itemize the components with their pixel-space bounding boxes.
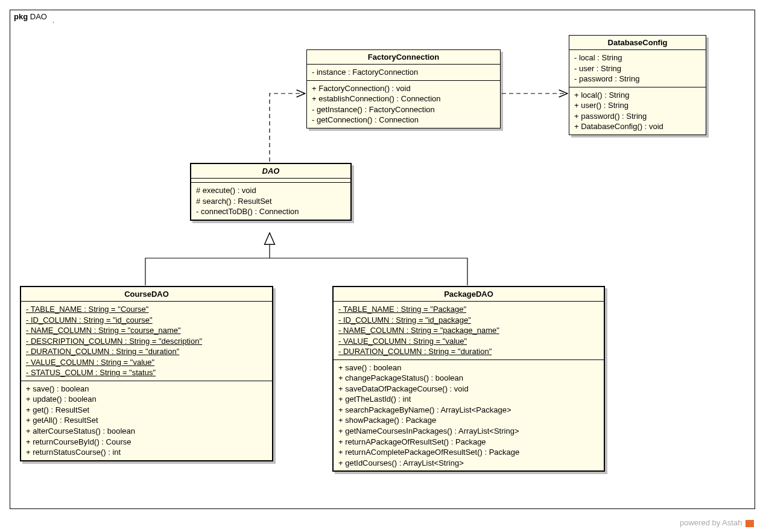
uml-member: - TABLE_NAME : String = "Course" — [26, 304, 267, 315]
uml-member: + getNameCoursesInPackages() : ArrayList… — [338, 426, 599, 437]
footer: powered by Astah — [680, 518, 754, 527]
uml-member: - getInstance() : FactoryConnection — [312, 104, 495, 115]
uml-member: - local : String — [574, 52, 701, 63]
uml-member: + get() : ResultSet — [26, 405, 267, 416]
uml-member: - VALUE_COLUMN : String = "value" — [26, 357, 267, 368]
class-factoryconnection: FactoryConnection - instance : FactoryCo… — [306, 49, 501, 128]
attrs-section-empty — [191, 179, 350, 183]
uml-member: + save() : boolean — [26, 384, 267, 394]
uml-member: # execute() : void — [196, 185, 346, 196]
uml-member: - ID_COLUMN : String = "id_package" — [338, 315, 599, 326]
uml-member: # search() : ResultSet — [196, 196, 346, 207]
class-name: DAO — [191, 164, 350, 179]
class-coursedao: CourseDAO - TABLE_NAME : String = "Cours… — [20, 286, 273, 461]
uml-member: + user() : String — [574, 100, 701, 111]
uml-member: + alterCourseStatus() : boolean — [26, 426, 267, 437]
uml-member: + getTheLastId() : int — [338, 394, 599, 405]
class-dao: DAO # execute() : void# search() : Resul… — [190, 163, 352, 221]
uml-member: - ID_COLUMN : String = "id_course" — [26, 315, 267, 326]
uml-member: - NAME_COLUMN : String = "package_name" — [338, 325, 599, 336]
uml-member: - password : String — [574, 74, 701, 84]
uml-member: + searchPackageByName() : ArrayList<Pack… — [338, 405, 599, 416]
uml-member: - NAME_COLUMN : String = "course_name" — [26, 325, 267, 336]
uml-member: + returnStatusCourse() : int — [26, 447, 267, 458]
ops-section: # execute() : void# search() : ResultSet… — [191, 183, 350, 220]
uml-member: + update() : boolean — [26, 394, 267, 405]
attrs-section: - instance : FactoryConnection — [307, 65, 500, 81]
package-name: DAO — [30, 12, 47, 21]
uml-member: + changePackageStatus() : boolean — [338, 373, 599, 384]
uml-member: - DESCRIPTION_COLUMN : String = "descrip… — [26, 336, 267, 347]
attrs-section: - local : String- user : String- passwor… — [569, 50, 706, 87]
ops-section: + FactoryConnection() : void+ establishC… — [307, 81, 500, 128]
uml-member: - STATUS_COLUM : String = "status" — [26, 367, 267, 378]
ops-section: + save() : boolean+ update() : boolean+ … — [21, 381, 272, 460]
attrs-section: - TABLE_NAME : String = "Package"- ID_CO… — [334, 302, 604, 360]
uml-member: + returnCourseById() : Course — [26, 437, 267, 448]
footer-text: powered by Astah — [680, 518, 742, 527]
uml-member: - VALUE_COLUMN : String = "value" — [338, 336, 599, 347]
uml-member: - getConnection() : Connection — [312, 115, 495, 125]
ops-section: + local() : String+ user() : String+ pas… — [569, 87, 706, 135]
class-name: DatabaseConfig — [569, 36, 706, 50]
class-databaseconfig: DatabaseConfig - local : String- user : … — [569, 35, 706, 135]
uml-member: + save() : boolean — [338, 363, 599, 373]
class-name: PackageDAO — [334, 287, 604, 302]
uml-member: + establishConnection() : Connection — [312, 93, 495, 104]
ops-section: + save() : boolean+ changePackageStatus(… — [334, 360, 604, 470]
uml-member: + saveDataOfPackageCourse() : void — [338, 384, 599, 394]
uml-member: + getAll() : ResultSet — [26, 415, 267, 426]
uml-member: - user : String — [574, 63, 701, 74]
attrs-section: - TABLE_NAME : String = "Course"- ID_COL… — [21, 302, 272, 381]
uml-member: + showPackage() : Package — [338, 415, 599, 426]
uml-member: + getIdCourses() : ArrayList<String> — [338, 458, 599, 469]
uml-member: + returnAPackageOfResultSet() : Package — [338, 437, 599, 448]
class-packagedao: PackageDAO - TABLE_NAME : String = "Pack… — [332, 286, 605, 472]
astah-logo-icon — [745, 520, 754, 527]
class-name: CourseDAO — [21, 287, 272, 302]
uml-member: + password() : String — [574, 111, 701, 122]
uml-member: - connectToDB() : Connection — [196, 206, 346, 217]
uml-member: - TABLE_NAME : String = "Package" — [338, 304, 599, 315]
uml-member: + local() : String — [574, 90, 701, 101]
uml-member: - instance : FactoryConnection — [312, 67, 495, 78]
package-tab: pkg DAO — [10, 10, 54, 23]
package-prefix: pkg — [14, 12, 28, 21]
uml-member: + DatabaseConfig() : void — [574, 121, 701, 132]
uml-member: - DURATION_COLUMN : String = "duration" — [26, 346, 267, 357]
class-name: FactoryConnection — [307, 50, 500, 65]
uml-member: + returnACompletePackageOfResultSet() : … — [338, 447, 599, 458]
uml-member: + FactoryConnection() : void — [312, 83, 495, 94]
uml-member: - DURATION_COLUMN : String = "duration" — [338, 346, 599, 357]
